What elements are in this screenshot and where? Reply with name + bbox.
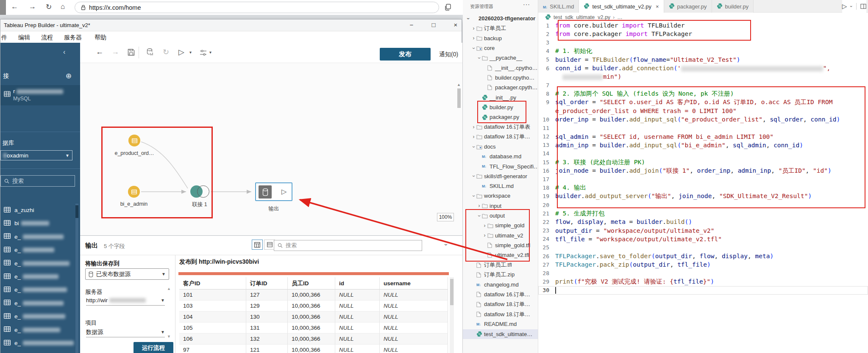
data-source-icon[interactable] bbox=[147, 48, 153, 58]
run-dropdown-icon[interactable]: ▾ bbox=[189, 50, 192, 55]
minimize-button[interactable]: − bbox=[405, 21, 418, 28]
redo-icon[interactable]: → bbox=[111, 47, 119, 56]
tree-item[interactable]: __init__.cpytho… bbox=[463, 63, 538, 72]
run-output-icon[interactable]: ▷ bbox=[281, 188, 287, 196]
tree-item[interactable]: packager.cpyth… bbox=[463, 83, 538, 92]
output-node-selected[interactable]: ▷ bbox=[255, 182, 292, 201]
tree-item[interactable]: ›backup bbox=[463, 33, 538, 43]
close-tab-icon[interactable]: × bbox=[656, 3, 659, 10]
tree-item[interactable]: builder.cpytho… bbox=[463, 73, 538, 83]
tree-item[interactable]: simple_gold.tfl bbox=[463, 240, 538, 250]
canvas-scrollbar[interactable] bbox=[457, 88, 461, 108]
sidebar-table-item[interactable]: e_ bbox=[0, 336, 75, 350]
editor-tab[interactable]: test_sdk_ultimate_v2.py× bbox=[579, 0, 664, 13]
tree-item[interactable]: 订单员工.zip bbox=[463, 270, 538, 280]
tree-item[interactable]: ›core bbox=[463, 43, 538, 53]
tree-item[interactable]: M↓TFL_Flow_Specifi… bbox=[463, 161, 538, 171]
column-header[interactable]: id bbox=[335, 277, 380, 290]
server-select[interactable]: http://wir ▼ bbox=[86, 295, 165, 306]
sidebar-table-item[interactable]: a_zuzhi bbox=[0, 204, 75, 217]
grid-view-button[interactable] bbox=[252, 240, 263, 250]
sidebar-table-item[interactable]: bi bbox=[0, 217, 75, 230]
sidebar-table-item[interactable]: e_ bbox=[0, 243, 75, 256]
menu-item-1[interactable]: 编辑 bbox=[18, 34, 30, 41]
more-actions-icon[interactable]: ··· bbox=[523, 1, 530, 8]
tree-item[interactable]: dataflow 18.订单… bbox=[463, 300, 538, 309]
tree-item[interactable]: ›input bbox=[463, 201, 538, 211]
sidebar-search[interactable]: 搜索 bbox=[0, 175, 75, 187]
project-select[interactable]: 数据源 ▼ bbox=[86, 327, 165, 337]
tree-item[interactable]: ›dataflow 18.订单… bbox=[463, 132, 538, 142]
publish-button[interactable]: 发布 bbox=[380, 48, 431, 61]
tree-item[interactable]: ultimate_v2.tfl bbox=[463, 250, 538, 260]
tree-item[interactable]: 订单员工.tfl bbox=[463, 260, 538, 270]
home-icon[interactable]: ⌂ bbox=[61, 3, 65, 11]
sidebar-table-item[interactable]: e_ bbox=[0, 323, 75, 336]
tree-item[interactable]: __init__.py bbox=[463, 92, 538, 102]
menu-item-4[interactable]: 帮助 bbox=[95, 34, 106, 41]
refresh-icon[interactable]: ↻ bbox=[46, 3, 52, 11]
tree-item[interactable]: ›output bbox=[463, 211, 538, 221]
tabs-copy-icon[interactable] bbox=[444, 3, 452, 13]
tree-item[interactable]: dataflow 18.订单… bbox=[463, 309, 538, 319]
undo-icon[interactable]: ← bbox=[96, 47, 103, 56]
column-header[interactable]: 员工ID bbox=[288, 277, 335, 290]
sidebar-table-item[interactable]: e_ bbox=[0, 297, 75, 310]
connection-item[interactable]: r MySQL bbox=[0, 85, 80, 105]
maximize-button[interactable]: □ bbox=[427, 21, 440, 28]
tree-item[interactable]: M↓database.md bbox=[463, 152, 538, 161]
tree-item[interactable]: M↓SKILL.md bbox=[463, 181, 538, 191]
sidebar-table-item[interactable]: e_ bbox=[0, 230, 75, 243]
tree-item[interactable]: ›ultimate_v2 bbox=[463, 231, 538, 240]
sidebar-table-item[interactable]: e_ bbox=[0, 257, 75, 270]
column-header[interactable]: 订单ID bbox=[246, 277, 288, 290]
refresh-icon[interactable]: ↻ bbox=[163, 47, 169, 57]
sidebar-table-item[interactable]: e_ bbox=[0, 283, 75, 296]
tree-item[interactable]: ›skills\tfl-generator bbox=[463, 171, 538, 181]
breadcrumb[interactable]: test_sdk_ultimate_v2.py › … bbox=[538, 13, 868, 22]
menu-item-3[interactable]: 服务器 bbox=[64, 34, 82, 41]
save-icon[interactable] bbox=[128, 49, 135, 58]
add-connection-icon[interactable]: ⊕ bbox=[66, 72, 72, 80]
tree-item[interactable]: ›__pycache__ bbox=[463, 53, 538, 63]
table-scrollbar[interactable] bbox=[450, 277, 454, 353]
tree-item[interactable]: test_sdk_ultimate… bbox=[463, 329, 538, 339]
menu-item-2[interactable]: 流程 bbox=[41, 34, 53, 41]
editor-tab[interactable]: M↓SKILL.md bbox=[538, 0, 579, 13]
tree-item[interactable]: ›workspace bbox=[463, 191, 538, 201]
editor-tab[interactable]: packager.py bbox=[664, 0, 712, 13]
tree-item[interactable]: builder.py bbox=[463, 102, 538, 112]
tree-item[interactable]: ›订单员工 bbox=[463, 23, 538, 33]
tree-item[interactable]: M↓README.md bbox=[463, 319, 538, 329]
tree-item[interactable]: dataflow 16.订单… bbox=[463, 290, 538, 299]
sidebar-table-item[interactable]: e_ bbox=[0, 310, 75, 323]
code-area[interactable]: 1from core.builder import TFLBuilder2fro… bbox=[538, 21, 868, 295]
sidebar-scrollbar[interactable] bbox=[75, 204, 78, 353]
tree-item[interactable]: ›dataflow 16.订单表 bbox=[463, 122, 538, 132]
run-flow-icon[interactable]: ▷ bbox=[178, 47, 184, 57]
scroll-up-icon[interactable]: ▲ bbox=[167, 287, 171, 291]
menu-item-0[interactable]: 件 bbox=[1, 34, 7, 41]
run-python-icon[interactable]: ▷ bbox=[842, 3, 847, 10]
flow-canvas[interactable]: e_product_ord… bi_e_admin 联接 1 ▷ 输出 100%… bbox=[80, 63, 462, 235]
tree-item[interactable]: ›docs bbox=[463, 142, 538, 152]
settings-sliders-icon[interactable] bbox=[200, 49, 207, 58]
tree-item[interactable]: ›simple_gold bbox=[463, 221, 538, 230]
notifications-link[interactable]: 通知(0) bbox=[439, 51, 458, 58]
fields-search[interactable]: 搜索 bbox=[274, 240, 422, 251]
scroll-down-icon[interactable]: ▼ bbox=[167, 334, 171, 339]
url-bar[interactable]: https://x.com/home bbox=[75, 2, 439, 13]
save-to-select[interactable]: 已发布数据源 ▼ bbox=[85, 268, 169, 280]
database-select[interactable]: oxadmin ▼ bbox=[0, 150, 72, 160]
run-dropdown-icon[interactable]: › bbox=[849, 6, 854, 7]
collapse-sidebar-icon[interactable]: ‹ bbox=[63, 48, 65, 56]
forward-icon[interactable]: → bbox=[29, 3, 36, 11]
run-flow-button[interactable]: 运行流程 bbox=[134, 342, 173, 353]
collapse-pane-icon[interactable]: › bbox=[443, 244, 450, 246]
editor-tab[interactable]: builder.py bbox=[712, 0, 754, 13]
column-header[interactable]: username bbox=[380, 277, 448, 290]
scroll-up-icon[interactable]: ▲ bbox=[457, 83, 461, 87]
tree-item[interactable]: ›20260203-tflgenerator bbox=[463, 14, 538, 23]
back-icon[interactable]: ← bbox=[11, 3, 18, 11]
tree-item[interactable]: packager.py bbox=[463, 112, 538, 122]
